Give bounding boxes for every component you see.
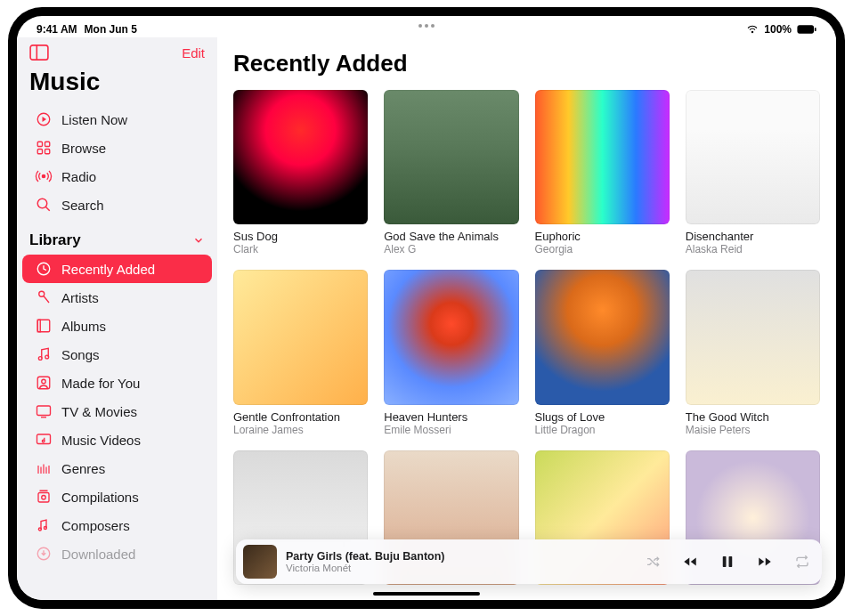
- svg-point-11: [37, 199, 47, 208]
- search-icon: [35, 196, 53, 214]
- svg-point-19: [45, 355, 49, 359]
- library-recently-added[interactable]: Recently Added: [22, 255, 212, 283]
- library-header[interactable]: Library: [17, 219, 217, 255]
- svg-point-30: [44, 527, 46, 530]
- svg-point-14: [39, 291, 45, 296]
- svg-rect-1: [797, 25, 814, 33]
- svg-point-21: [42, 379, 46, 384]
- nav-search[interactable]: Search: [22, 190, 212, 219]
- nav-browse[interactable]: Browse: [22, 134, 212, 162]
- library-genres[interactable]: Genres: [22, 454, 212, 482]
- album-artist: Little Dragon: [535, 424, 670, 436]
- sidebar-toggle-icon[interactable]: [29, 45, 49, 61]
- svg-rect-3: [30, 45, 48, 60]
- svg-point-10: [42, 174, 45, 177]
- album-card[interactable]: Heaven HuntersEmile Mosseri: [384, 270, 518, 435]
- svg-rect-9: [45, 150, 50, 154]
- guitar-icon: [35, 459, 53, 477]
- album-cover[interactable]: [535, 90, 670, 224]
- nav-radio[interactable]: Radio: [22, 162, 212, 190]
- album-title: Gentle Confrontation: [233, 410, 368, 424]
- person-badge-icon: [35, 374, 53, 392]
- svg-rect-2: [815, 28, 816, 31]
- svg-rect-26: [38, 493, 49, 503]
- album-artist: Loraine James: [233, 424, 368, 436]
- screen: 9:41 AM Mon Jun 5 100%: [17, 16, 836, 600]
- pause-button[interactable]: [719, 553, 736, 571]
- album-cover[interactable]: [686, 270, 820, 404]
- album-title: Sus Dog: [233, 230, 368, 243]
- home-indicator[interactable]: [373, 592, 480, 596]
- album-card[interactable]: EuphoricGeorgia: [535, 90, 670, 255]
- tv-icon: [35, 402, 53, 420]
- next-button[interactable]: [756, 553, 774, 571]
- now-playing-bar[interactable]: Party Girls (feat. Buju Banton) Victoria…: [236, 539, 822, 584]
- album-cover[interactable]: [233, 90, 368, 224]
- composer-icon: [35, 516, 53, 534]
- library-composers[interactable]: Composers: [22, 511, 212, 539]
- status-time: 9:41 AM: [37, 23, 77, 36]
- svg-rect-17: [37, 320, 40, 332]
- album-card[interactable]: Gentle ConfrontationLoraine James: [233, 270, 368, 435]
- album-title: The Good Witch: [686, 410, 820, 424]
- album-card[interactable]: Sus DogClark: [233, 90, 368, 255]
- library-downloaded[interactable]: Downloaded: [22, 539, 212, 568]
- album-card[interactable]: DisenchanterAlaska Reid: [686, 90, 820, 255]
- previous-button[interactable]: [681, 553, 699, 571]
- download-icon: [35, 545, 53, 563]
- status-bar: 9:41 AM Mon Jun 5 100%: [17, 16, 836, 37]
- album-cover[interactable]: [686, 90, 820, 224]
- repeat-button[interactable]: [793, 553, 811, 571]
- chevron-down-icon: [192, 234, 205, 247]
- library-artists[interactable]: Artists: [22, 283, 212, 312]
- album-cover[interactable]: [384, 270, 518, 404]
- svg-rect-32: [723, 556, 727, 567]
- library-label: Genres: [61, 461, 105, 476]
- album-artist: Emile Mosseri: [384, 424, 518, 436]
- nav-label: Browse: [61, 141, 106, 156]
- battery-icon: [797, 24, 816, 35]
- library-compilations[interactable]: Compilations: [22, 482, 212, 511]
- album-card[interactable]: The Good WitchMaisie Peters: [686, 270, 820, 435]
- now-playing-text[interactable]: Party Girls (feat. Buju Banton) Victoria…: [286, 550, 445, 573]
- multitask-dots[interactable]: [418, 24, 435, 28]
- grid-icon: [35, 139, 53, 157]
- library-songs[interactable]: Songs: [22, 340, 212, 369]
- svg-rect-22: [37, 406, 51, 416]
- nav-label: Listen Now: [61, 112, 127, 127]
- album-cover[interactable]: [384, 90, 518, 224]
- nav-listen-now[interactable]: Listen Now: [22, 105, 212, 134]
- library-list: Recently Added Artists Albums Songs: [17, 255, 217, 568]
- radio-icon: [35, 167, 53, 185]
- library-label: TV & Movies: [61, 404, 137, 419]
- album-cover[interactable]: [233, 270, 368, 404]
- app-title: Music: [17, 62, 217, 105]
- main-panel[interactable]: Recently Added Sus DogClarkGod Save the …: [217, 37, 836, 600]
- library-label: Compilations: [61, 490, 139, 505]
- album-card[interactable]: God Save the AnimalsAlex G: [384, 90, 518, 255]
- now-playing-artwork[interactable]: [243, 545, 277, 579]
- compilation-icon: [35, 488, 53, 506]
- library-made-for-you[interactable]: Made for You: [22, 369, 212, 397]
- album-artist: Georgia: [535, 243, 670, 255]
- sidebar: Edit Music Listen Now Browse Radio: [17, 37, 217, 600]
- album-title: Euphoric: [535, 230, 670, 243]
- library-label: Recently Added: [61, 262, 155, 277]
- svg-point-25: [42, 440, 45, 442]
- album-title: Disenchanter: [686, 230, 820, 243]
- shuffle-button[interactable]: [644, 553, 662, 571]
- content-area: Edit Music Listen Now Browse Radio: [17, 37, 836, 600]
- album-icon: [35, 317, 53, 335]
- library-albums[interactable]: Albums: [22, 312, 212, 340]
- album-cover[interactable]: [535, 270, 670, 404]
- svg-line-15: [44, 296, 49, 304]
- album-title: God Save the Animals: [384, 230, 518, 243]
- edit-button[interactable]: Edit: [182, 45, 205, 61]
- svg-rect-20: [37, 377, 50, 389]
- album-card[interactable]: Slugs of LoveLittle Dragon: [535, 270, 670, 435]
- library-label: Albums: [61, 319, 106, 334]
- library-label: Downloaded: [61, 547, 135, 562]
- library-music-videos[interactable]: Music Videos: [22, 426, 212, 454]
- library-tv-movies[interactable]: TV & Movies: [22, 397, 212, 426]
- play-circle-icon: [35, 110, 53, 128]
